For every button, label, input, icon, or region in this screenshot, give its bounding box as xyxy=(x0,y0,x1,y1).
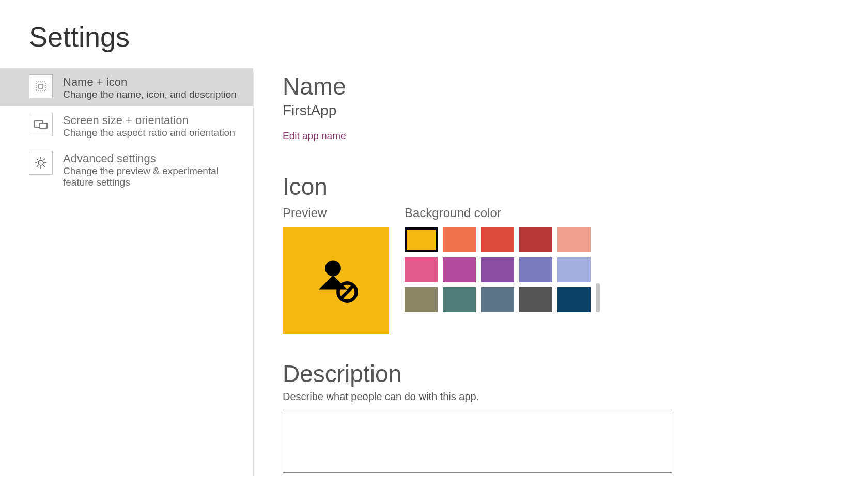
bg-color-swatch[interactable] xyxy=(405,227,438,252)
sidebar-item-advanced[interactable]: Advanced settings Change the preview & e… xyxy=(0,145,253,194)
bg-color-swatch[interactable] xyxy=(481,227,514,252)
bg-color-swatch[interactable] xyxy=(481,257,514,282)
screen-size-icon xyxy=(29,113,53,136)
name-heading: Name xyxy=(283,72,847,100)
icon-heading: Icon xyxy=(283,173,847,201)
icon-preview xyxy=(283,227,389,334)
bg-color-swatch[interactable] xyxy=(443,257,476,282)
sidebar-item-screen-size[interactable]: Screen size + orientation Change the asp… xyxy=(0,106,253,145)
preview-label: Preview xyxy=(283,206,389,220)
sidebar: Name + icon Change the name, icon, and d… xyxy=(0,68,253,194)
description-heading: Description xyxy=(283,360,847,388)
bg-color-swatch[interactable] xyxy=(405,257,438,282)
sidebar-item-sub: Change the aspect ratio and orientation xyxy=(63,127,235,139)
svg-line-11 xyxy=(37,165,38,167)
bg-color-swatch[interactable] xyxy=(443,287,476,312)
bg-color-scrollbar[interactable] xyxy=(596,283,600,312)
sidebar-item-name-icon[interactable]: Name + icon Change the name, icon, and d… xyxy=(0,68,253,106)
svg-rect-1 xyxy=(39,84,43,88)
bg-color-swatch[interactable] xyxy=(519,227,552,252)
svg-point-13 xyxy=(325,260,341,276)
svg-line-10 xyxy=(43,165,45,167)
bg-color-swatch[interactable] xyxy=(519,257,552,282)
svg-rect-3 xyxy=(40,123,47,128)
bg-color-swatch[interactable] xyxy=(557,287,591,312)
bg-color-swatch[interactable] xyxy=(519,287,552,312)
name-icon-icon xyxy=(29,74,53,98)
svg-rect-0 xyxy=(36,82,45,91)
sidebar-item-sub: Change the name, icon, and description xyxy=(63,89,237,100)
svg-line-9 xyxy=(37,159,38,160)
sidebar-item-sub: Change the preview & experimental featur… xyxy=(63,165,243,188)
svg-point-4 xyxy=(38,160,43,165)
bg-color-swatch[interactable] xyxy=(443,227,476,252)
page-title: Settings xyxy=(0,16,253,68)
user-block-icon xyxy=(307,252,364,309)
svg-line-12 xyxy=(43,159,45,160)
bg-color-swatch[interactable] xyxy=(557,257,591,282)
app-name-value: FirstApp xyxy=(283,102,847,119)
sidebar-item-title: Name + icon xyxy=(63,75,237,89)
bg-color-swatch[interactable] xyxy=(481,287,514,312)
description-hint: Describe what people can do with this ap… xyxy=(283,391,847,403)
sidebar-item-title: Advanced settings xyxy=(63,152,243,165)
bg-color-label: Background color xyxy=(405,206,596,220)
bg-color-swatch[interactable] xyxy=(557,227,591,252)
description-input[interactable] xyxy=(283,410,672,473)
sidebar-item-title: Screen size + orientation xyxy=(63,114,235,127)
bg-color-swatch[interactable] xyxy=(405,287,438,312)
gear-icon xyxy=(29,151,53,175)
bg-color-grid xyxy=(405,227,591,312)
edit-app-name-link[interactable]: Edit app name xyxy=(283,130,346,142)
